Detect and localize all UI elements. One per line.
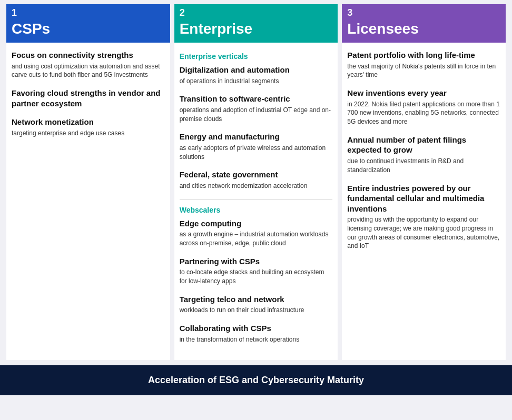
column-csps: 1CSPsFocus on connectivity strengthsand … xyxy=(6,4,170,360)
column-title-csps: CSPs xyxy=(6,19,170,43)
section-item-sub-csps-2: targeting enterprise and edge use cases xyxy=(12,129,165,138)
section-item-licensees-2: Annual number of patent filings expected… xyxy=(347,135,500,175)
column-title-licensees: Licensees xyxy=(342,19,506,43)
column-body-csps: Focus on connectivity strengthsand using… xyxy=(6,43,170,360)
section-item-sub-enterprise-1: of operations in industrial segments xyxy=(180,77,333,86)
section-item-sub-enterprise-9: workloads to run on their cloud infrastr… xyxy=(180,306,333,315)
column-header-csps: 1CSPs xyxy=(6,4,170,43)
column-enterprise: 2EnterpriseEnterprise verticalsDigitaliz… xyxy=(174,4,338,360)
section-item-licensees-0: Patent portfolio with long life-timethe … xyxy=(347,50,500,79)
section-item-title-csps-1: Favoring cloud strengths in vendor and p… xyxy=(12,88,165,108)
section-item-title-enterprise-2: Transition to software-centric xyxy=(180,94,333,104)
section-item-sub-csps-0: and using cost optimization via automati… xyxy=(12,62,165,80)
column-body-licensees: Patent portfolio with long life-timethe … xyxy=(342,43,506,360)
section-item-title-enterprise-1: Digitalization and automation xyxy=(180,65,333,75)
section-item-sub-licensees-2: due to continued investments in R&D and … xyxy=(347,157,500,175)
section-item-csps-0: Focus on connectivity strengthsand using… xyxy=(12,50,165,79)
section-item-title-licensees-2: Annual number of patent filings expected… xyxy=(347,135,500,155)
columns-wrapper: 1CSPsFocus on connectivity strengthsand … xyxy=(0,0,512,360)
section-item-title-enterprise-3: Energy and manufacturing xyxy=(180,132,333,142)
section-item-title-csps-0: Focus on connectivity strengths xyxy=(12,50,165,61)
column-header-enterprise: 2Enterprise xyxy=(174,4,338,43)
section-item-sub-licensees-1: in 2022, Nokia filed patent applications… xyxy=(347,100,500,126)
section-item-title-enterprise-9: Targeting telco and network xyxy=(180,294,333,305)
section-item-title-licensees-3: Entire industries powered by our fundame… xyxy=(347,183,500,214)
section-item-title-enterprise-7: Edge computing xyxy=(180,218,333,229)
section-item-enterprise-3: Energy and manufacturingas early adopter… xyxy=(180,132,333,161)
main-container: 1CSPsFocus on connectivity strengthsand … xyxy=(0,0,512,395)
section-item-licensees-3: Entire industries powered by our fundame… xyxy=(347,183,500,251)
section-item-csps-1: Favoring cloud strengths in vendor and p… xyxy=(12,88,165,108)
column-num-csps: 1 xyxy=(6,4,170,19)
section-item-title-enterprise-8: Partnering with CSPs xyxy=(180,256,333,267)
column-header-licensees: 3Licensees xyxy=(342,4,506,43)
column-num-enterprise: 2 xyxy=(174,4,338,19)
section-item-enterprise-10: Collaborating with CSPsin the transforma… xyxy=(180,323,333,344)
section-item-sub-enterprise-8: to co-locate edge stacks and building an… xyxy=(180,268,333,286)
column-title-enterprise: Enterprise xyxy=(174,19,338,43)
section-item-title-csps-2: Network monetization xyxy=(12,117,165,127)
section-item-enterprise-8: Partnering with CSPsto co-locate edge st… xyxy=(180,256,333,286)
section-item-sub-enterprise-7: as a growth engine – industrial automati… xyxy=(180,230,333,248)
section-item-licensees-1: New inventions every yearin 2022, Nokia … xyxy=(347,88,500,126)
divider xyxy=(180,199,333,199)
section-item-sub-licensees-0: the vast majority of Nokia's patents sti… xyxy=(347,62,500,80)
section-item-sub-enterprise-10: in the transformation of network operati… xyxy=(180,335,333,344)
section-item-enterprise-1: Digitalization and automationof operatio… xyxy=(180,65,333,85)
section-category-enterprise-6: Webscalers xyxy=(180,206,333,214)
section-item-title-licensees-1: New inventions every year xyxy=(347,88,500,98)
column-body-enterprise: Enterprise verticalsDigitalization and a… xyxy=(174,43,338,360)
section-category-enterprise-0: Enterprise verticals xyxy=(180,52,333,61)
section-item-title-enterprise-4: Federal, state government xyxy=(180,169,333,180)
section-item-csps-2: Network monetizationtargeting enterprise… xyxy=(12,117,165,137)
section-item-enterprise-9: Targeting telco and networkworkloads to … xyxy=(180,294,333,315)
section-item-enterprise-2: Transition to software-centricoperations… xyxy=(180,94,333,123)
section-item-enterprise-4: Federal, state governmentand cities netw… xyxy=(180,169,333,190)
column-num-licensees: 3 xyxy=(342,4,506,19)
section-item-sub-enterprise-2: operations and adoption of industrial OT… xyxy=(180,106,333,124)
section-item-sub-licensees-3: providing us with the opportunity to exp… xyxy=(347,215,500,251)
section-item-sub-enterprise-4: and cities network modernization acceler… xyxy=(180,182,333,191)
footer-bar: Acceleration of ESG and Cybersecurity Ma… xyxy=(0,365,512,395)
column-licensees: 3LicenseesPatent portfolio with long lif… xyxy=(342,4,506,360)
section-item-title-enterprise-10: Collaborating with CSPs xyxy=(180,323,333,334)
section-item-enterprise-7: Edge computingas a growth engine – indus… xyxy=(180,218,333,248)
section-item-sub-enterprise-3: as early adopters of private wireless an… xyxy=(180,144,333,162)
section-item-title-licensees-0: Patent portfolio with long life-time xyxy=(347,50,500,61)
